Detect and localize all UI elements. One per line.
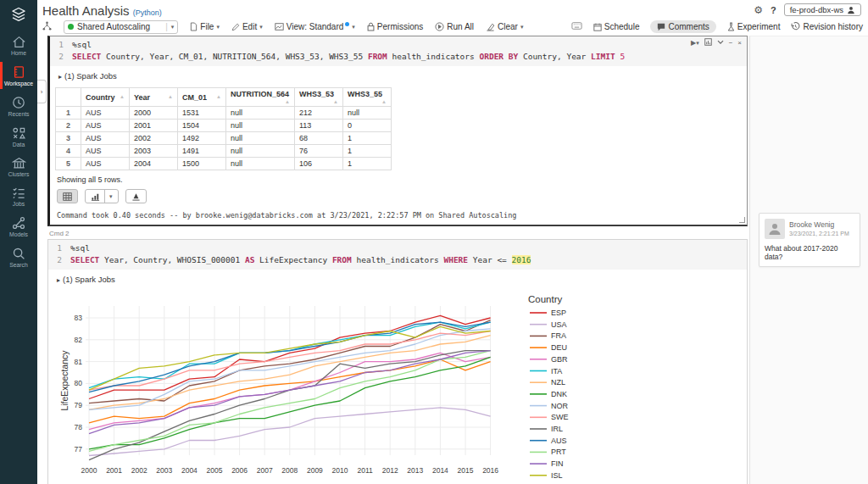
spark-jobs-toggle[interactable]: ▸(1) Spark Jobs bbox=[48, 270, 747, 289]
code-editor[interactable]: 1%sql2SELECT Year, Country, WHOSIS_00000… bbox=[48, 240, 747, 270]
cluster-selector[interactable]: Shared Autoscaling | ▾ bbox=[64, 20, 178, 34]
sidebar-item-home[interactable]: Home bbox=[0, 31, 37, 60]
spark-jobs-toggle[interactable]: ▸(1) Spark Jobs bbox=[50, 66, 747, 86]
user-icon bbox=[847, 6, 855, 14]
run-cell-button[interactable]: ▶▾ bbox=[691, 39, 699, 47]
comments-button[interactable]: Comments bbox=[650, 20, 715, 33]
svg-text:PRT: PRT bbox=[551, 448, 566, 456]
svg-text:NZL: NZL bbox=[551, 378, 565, 387]
svg-text:2016: 2016 bbox=[482, 466, 498, 475]
run-all-button[interactable]: Run All bbox=[435, 22, 474, 31]
revision-history-button[interactable]: Revision history bbox=[791, 22, 863, 31]
table-icon bbox=[63, 192, 72, 201]
sidebar-item-jobs[interactable]: Jobs bbox=[0, 181, 37, 211]
sort-icon[interactable]: ▲ bbox=[216, 94, 221, 99]
chart-options-caret[interactable]: ▾ bbox=[109, 193, 113, 200]
comment-text: What about 2017-2020 data? bbox=[765, 244, 854, 261]
chart-view-button[interactable]: ▾ bbox=[85, 189, 119, 203]
svg-text:2003: 2003 bbox=[156, 466, 172, 475]
expander-triangle-icon: ▸ bbox=[57, 276, 60, 284]
pencil-icon bbox=[231, 23, 240, 31]
cell-1[interactable]: ▶▾ − × 1%sql2SELECT Country, Year, CM_01… bbox=[47, 36, 748, 226]
minimize-cell-button[interactable]: − bbox=[729, 39, 733, 47]
main-area: Health Analysis (Python) ⚙ ? fe-prod-dbx… bbox=[37, 0, 868, 484]
line-chart: 7778798081828320002001200220032004200520… bbox=[60, 289, 747, 484]
chevron-down-icon: ▾ bbox=[171, 24, 175, 31]
comments-panel: Brooke Wenig 3/23/2021, 2:21:21 PM What … bbox=[749, 36, 868, 484]
gear-icon[interactable]: ⚙ bbox=[754, 4, 763, 16]
svg-text:2009: 2009 bbox=[307, 466, 323, 475]
minimize-results-icon[interactable] bbox=[704, 38, 712, 47]
sort-icon[interactable]: ▲ bbox=[333, 99, 338, 104]
collapse-cell-icon[interactable] bbox=[717, 39, 724, 47]
svg-text:2004: 2004 bbox=[181, 466, 198, 475]
cmd-2-label: Cmd 2 bbox=[47, 226, 748, 239]
comment-bubble-icon bbox=[657, 23, 665, 31]
lock-icon bbox=[367, 22, 375, 31]
shortcuts-icon[interactable] bbox=[571, 22, 582, 31]
sort-icon[interactable]: ▲ bbox=[168, 94, 173, 99]
column-header[interactable]: CM_01▲ bbox=[178, 88, 226, 107]
titlebar: Health Analysis (Python) ⚙ ? fe-prod-dbx… bbox=[37, 0, 868, 19]
delete-cell-button[interactable]: × bbox=[737, 39, 742, 47]
cluster-tree-icon bbox=[42, 21, 52, 32]
edit-menu[interactable]: Edit▾ bbox=[231, 22, 263, 31]
view-menu[interactable]: View: Standard▾ bbox=[275, 22, 355, 31]
expander-triangle-icon: ▸ bbox=[58, 73, 62, 81]
svg-text:83: 83 bbox=[75, 314, 83, 322]
workspace-switcher[interactable]: fe-prod-dbx-ws bbox=[784, 3, 861, 16]
jobs-icon bbox=[12, 186, 25, 199]
column-header[interactable]: NUTRITION_564▲ bbox=[226, 88, 295, 107]
sidebar-item-data[interactable]: Data bbox=[0, 121, 37, 152]
table-row: 5AUS20041500null1061 bbox=[56, 158, 392, 170]
notification-dot bbox=[345, 22, 349, 26]
svg-text:78: 78 bbox=[75, 423, 83, 431]
svg-text:2007: 2007 bbox=[257, 466, 273, 475]
experiment-button[interactable]: Experiment bbox=[727, 22, 781, 31]
svg-text:FRA: FRA bbox=[551, 331, 566, 340]
file-menu[interactable]: File▾ bbox=[190, 22, 220, 31]
sidebar-item-search[interactable]: Search bbox=[0, 242, 37, 272]
results-table[interactable]: Country▲Year▲CM_01▲NUTRITION_564▲WHS3_53… bbox=[55, 87, 392, 170]
table-row: 4AUS20031491null761 bbox=[56, 145, 392, 158]
clear-menu[interactable]: Clear▾ bbox=[486, 22, 523, 31]
row-count-status: Showing all 5 rows. bbox=[50, 170, 747, 186]
svg-text:DNK: DNK bbox=[551, 390, 567, 398]
sidebar-item-workspace[interactable]: Workspace bbox=[0, 60, 37, 91]
svg-text:2006: 2006 bbox=[231, 466, 248, 475]
permissions-button[interactable]: Permissions bbox=[367, 22, 423, 31]
sort-icon[interactable]: ▲ bbox=[381, 99, 387, 104]
svg-text:USA: USA bbox=[551, 320, 567, 329]
column-header[interactable]: Year▲ bbox=[130, 88, 178, 107]
sidebar-expand-handle[interactable]: › bbox=[37, 80, 47, 103]
schedule-button[interactable]: Schedule bbox=[593, 22, 640, 31]
view-icon bbox=[275, 23, 284, 31]
download-button[interactable] bbox=[125, 189, 147, 203]
cell-2[interactable]: 1%sql2SELECT Year, Country, WHOSIS_00000… bbox=[47, 239, 748, 484]
resize-handle[interactable] bbox=[739, 217, 745, 223]
svg-text:Country: Country bbox=[528, 294, 563, 304]
svg-text:2000: 2000 bbox=[81, 466, 97, 475]
svg-text:2015: 2015 bbox=[458, 466, 474, 475]
code-editor[interactable]: 1%sql2SELECT Country, Year, CM_01, NUTRI… bbox=[50, 36, 747, 66]
sort-icon[interactable]: ▲ bbox=[285, 99, 290, 104]
notebook-toolbar: Shared Autoscaling | ▾ File▾ Edit▾ View:… bbox=[37, 19, 868, 35]
comment-timestamp: 3/23/2021, 2:21:21 PM bbox=[789, 231, 849, 236]
sidebar-item-clusters[interactable]: Clusters bbox=[0, 152, 37, 181]
svg-text:GBR: GBR bbox=[551, 355, 568, 364]
clear-icon bbox=[486, 23, 495, 31]
sidebar-item-models[interactable]: Models bbox=[0, 211, 37, 242]
models-icon bbox=[12, 216, 25, 230]
table-view-button[interactable] bbox=[57, 189, 78, 203]
comment-card[interactable]: Brooke Wenig 3/23/2021, 2:21:21 PM What … bbox=[759, 213, 860, 267]
clusters-icon bbox=[12, 157, 26, 170]
svg-text:NOR: NOR bbox=[551, 402, 569, 410]
download-icon bbox=[131, 192, 141, 201]
help-button[interactable]: ? bbox=[771, 5, 776, 15]
sidebar-item-recents[interactable]: Recents bbox=[0, 91, 37, 121]
sidebar: Home Workspace Recents Data Clusters Job… bbox=[0, 0, 37, 484]
column-header[interactable]: Country▲ bbox=[81, 88, 130, 107]
sort-icon[interactable]: ▲ bbox=[120, 94, 125, 99]
column-header[interactable]: WHS3_53▲ bbox=[295, 88, 343, 107]
column-header[interactable]: WHS3_55▲ bbox=[343, 88, 392, 107]
